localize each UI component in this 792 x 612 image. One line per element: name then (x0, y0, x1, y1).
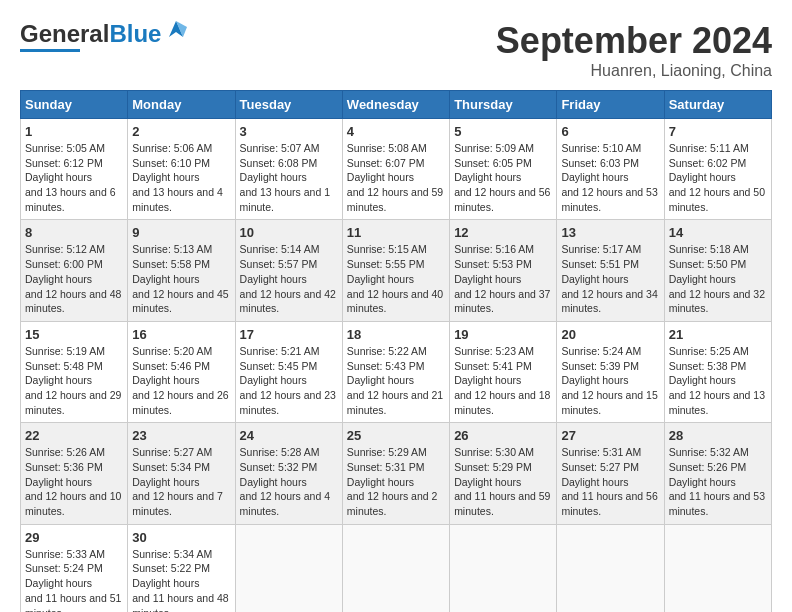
sunset-text: Sunset: 5:26 PM (669, 461, 747, 473)
day-info: Sunrise: 5:11 AM Sunset: 6:02 PM Dayligh… (669, 141, 767, 214)
location-title: Huanren, Liaoning, China (496, 62, 772, 80)
sunset-text: Sunset: 6:05 PM (454, 157, 532, 169)
daylight-duration: and 11 hours and 56 minutes. (561, 490, 657, 517)
day-number: 1 (25, 124, 123, 139)
daylight-hours-label: Daylight hours (132, 273, 199, 285)
day-info: Sunrise: 5:30 AM Sunset: 5:29 PM Dayligh… (454, 445, 552, 518)
day-cell-8: 8 Sunrise: 5:12 AM Sunset: 6:00 PM Dayli… (21, 220, 128, 321)
sunrise-text: Sunrise: 5:26 AM (25, 446, 105, 458)
day-cell-29: 29 Sunrise: 5:33 AM Sunset: 5:24 PM Dayl… (21, 524, 128, 612)
empty-cell (342, 524, 449, 612)
day-info: Sunrise: 5:08 AM Sunset: 6:07 PM Dayligh… (347, 141, 445, 214)
day-number: 18 (347, 327, 445, 342)
sunrise-text: Sunrise: 5:15 AM (347, 243, 427, 255)
calendar-week-1: 1 Sunrise: 5:05 AM Sunset: 6:12 PM Dayli… (21, 119, 772, 220)
day-number: 30 (132, 530, 230, 545)
day-info: Sunrise: 5:31 AM Sunset: 5:27 PM Dayligh… (561, 445, 659, 518)
day-number: 17 (240, 327, 338, 342)
sunrise-text: Sunrise: 5:17 AM (561, 243, 641, 255)
calendar-table: Sunday Monday Tuesday Wednesday Thursday… (20, 90, 772, 612)
daylight-duration: and 12 hours and 2 minutes. (347, 490, 438, 517)
day-number: 6 (561, 124, 659, 139)
daylight-hours-label: Daylight hours (669, 171, 736, 183)
daylight-hours-label: Daylight hours (347, 171, 414, 183)
sunset-text: Sunset: 5:46 PM (132, 360, 210, 372)
header-saturday: Saturday (664, 91, 771, 119)
day-cell-3: 3 Sunrise: 5:07 AM Sunset: 6:08 PM Dayli… (235, 119, 342, 220)
day-cell-9: 9 Sunrise: 5:13 AM Sunset: 5:58 PM Dayli… (128, 220, 235, 321)
daylight-hours-label: Daylight hours (240, 476, 307, 488)
sunset-text: Sunset: 6:02 PM (669, 157, 747, 169)
daylight-duration: and 12 hours and 40 minutes. (347, 288, 443, 315)
daylight-duration: and 12 hours and 15 minutes. (561, 389, 657, 416)
day-cell-28: 28 Sunrise: 5:32 AM Sunset: 5:26 PM Dayl… (664, 423, 771, 524)
daylight-hours-label: Daylight hours (25, 171, 92, 183)
day-cell-22: 22 Sunrise: 5:26 AM Sunset: 5:36 PM Dayl… (21, 423, 128, 524)
day-info: Sunrise: 5:32 AM Sunset: 5:26 PM Dayligh… (669, 445, 767, 518)
daylight-duration: and 12 hours and 21 minutes. (347, 389, 443, 416)
daylight-hours-label: Daylight hours (132, 171, 199, 183)
day-number: 14 (669, 225, 767, 240)
sunrise-text: Sunrise: 5:11 AM (669, 142, 749, 154)
day-number: 29 (25, 530, 123, 545)
daylight-hours-label: Daylight hours (25, 374, 92, 386)
day-info: Sunrise: 5:23 AM Sunset: 5:41 PM Dayligh… (454, 344, 552, 417)
daylight-hours-label: Daylight hours (561, 374, 628, 386)
title-area: September 2024 Huanren, Liaoning, China (496, 20, 772, 80)
sunrise-text: Sunrise: 5:30 AM (454, 446, 534, 458)
sunrise-text: Sunrise: 5:09 AM (454, 142, 534, 154)
sunrise-text: Sunrise: 5:14 AM (240, 243, 320, 255)
sunset-text: Sunset: 5:55 PM (347, 258, 425, 270)
day-info: Sunrise: 5:06 AM Sunset: 6:10 PM Dayligh… (132, 141, 230, 214)
daylight-duration: and 12 hours and 42 minutes. (240, 288, 336, 315)
daylight-hours-label: Daylight hours (240, 374, 307, 386)
daylight-duration: and 12 hours and 13 minutes. (669, 389, 765, 416)
daylight-hours-label: Daylight hours (132, 577, 199, 589)
daylight-hours-label: Daylight hours (454, 476, 521, 488)
sunset-text: Sunset: 6:10 PM (132, 157, 210, 169)
daylight-duration: and 12 hours and 56 minutes. (454, 186, 550, 213)
daylight-duration: and 11 hours and 48 minutes. (132, 592, 228, 612)
empty-cell (664, 524, 771, 612)
logo-bird-icon (165, 19, 187, 37)
day-cell-19: 19 Sunrise: 5:23 AM Sunset: 5:41 PM Dayl… (450, 321, 557, 422)
day-cell-6: 6 Sunrise: 5:10 AM Sunset: 6:03 PM Dayli… (557, 119, 664, 220)
sunset-text: Sunset: 5:51 PM (561, 258, 639, 270)
day-cell-26: 26 Sunrise: 5:30 AM Sunset: 5:29 PM Dayl… (450, 423, 557, 524)
day-info: Sunrise: 5:34 AM Sunset: 5:22 PM Dayligh… (132, 547, 230, 612)
daylight-hours-label: Daylight hours (25, 476, 92, 488)
sunrise-text: Sunrise: 5:33 AM (25, 548, 105, 560)
sunrise-text: Sunrise: 5:12 AM (25, 243, 105, 255)
empty-cell (450, 524, 557, 612)
day-number: 21 (669, 327, 767, 342)
sunset-text: Sunset: 5:58 PM (132, 258, 210, 270)
day-cell-18: 18 Sunrise: 5:22 AM Sunset: 5:43 PM Dayl… (342, 321, 449, 422)
sunset-text: Sunset: 5:31 PM (347, 461, 425, 473)
sunset-text: Sunset: 5:50 PM (669, 258, 747, 270)
header-monday: Monday (128, 91, 235, 119)
calendar-week-2: 8 Sunrise: 5:12 AM Sunset: 6:00 PM Dayli… (21, 220, 772, 321)
day-number: 19 (454, 327, 552, 342)
day-info: Sunrise: 5:10 AM Sunset: 6:03 PM Dayligh… (561, 141, 659, 214)
day-number: 13 (561, 225, 659, 240)
empty-cell (557, 524, 664, 612)
sunrise-text: Sunrise: 5:24 AM (561, 345, 641, 357)
sunrise-text: Sunrise: 5:18 AM (669, 243, 749, 255)
day-cell-4: 4 Sunrise: 5:08 AM Sunset: 6:07 PM Dayli… (342, 119, 449, 220)
day-number: 16 (132, 327, 230, 342)
sunrise-text: Sunrise: 5:29 AM (347, 446, 427, 458)
sunrise-text: Sunrise: 5:23 AM (454, 345, 534, 357)
sunrise-text: Sunrise: 5:20 AM (132, 345, 212, 357)
day-cell-27: 27 Sunrise: 5:31 AM Sunset: 5:27 PM Dayl… (557, 423, 664, 524)
day-info: Sunrise: 5:07 AM Sunset: 6:08 PM Dayligh… (240, 141, 338, 214)
daylight-hours-label: Daylight hours (561, 273, 628, 285)
daylight-duration: and 12 hours and 10 minutes. (25, 490, 121, 517)
header-tuesday: Tuesday (235, 91, 342, 119)
daylight-duration: and 11 hours and 53 minutes. (669, 490, 765, 517)
day-number: 24 (240, 428, 338, 443)
sunset-text: Sunset: 6:07 PM (347, 157, 425, 169)
daylight-hours-label: Daylight hours (25, 577, 92, 589)
day-info: Sunrise: 5:19 AM Sunset: 5:48 PM Dayligh… (25, 344, 123, 417)
daylight-hours-label: Daylight hours (347, 476, 414, 488)
day-info: Sunrise: 5:16 AM Sunset: 5:53 PM Dayligh… (454, 242, 552, 315)
